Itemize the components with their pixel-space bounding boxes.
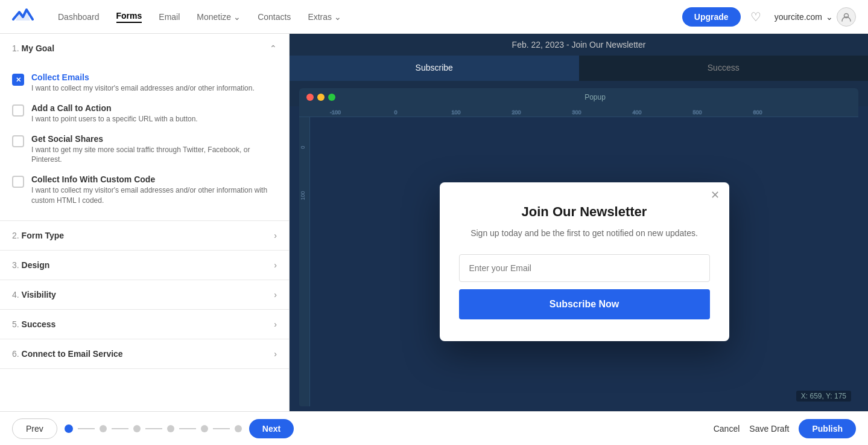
- popup-subtitle: Sign up today and be the first to get no…: [459, 227, 710, 240]
- preview-header: Feb. 22, 2023 - Join Our Newsletter: [290, 34, 868, 56]
- step-connector-2: [112, 428, 128, 429]
- chevron-up-icon: ⌃: [270, 43, 277, 53]
- user-site-dropdown[interactable]: yourcite.com ⌄: [775, 7, 856, 27]
- goal-call-to-action[interactable]: Add a Call to Action I want to point use…: [12, 98, 277, 129]
- chevron-down-icon: ⌄: [826, 12, 833, 22]
- nav-monetize[interactable]: Monetize ⌄: [197, 12, 241, 22]
- nav-links: Dashboard Forms Email Monetize ⌄ Contact…: [58, 11, 682, 23]
- step-dot-2: [100, 425, 107, 432]
- section-content-my-goal: Collect Emails I want to collect my visi…: [0, 63, 289, 220]
- goal-text-call-to-action: Add a Call to Action I want to point use…: [31, 103, 198, 124]
- chevron-down-icon: ⌄: [334, 12, 341, 22]
- sidebar-section-header-email-service[interactable]: 6. Connect to Email Service ›: [0, 339, 289, 368]
- canvas-area: Popup -100 0 100 200 300 40: [290, 81, 868, 411]
- cancel-button[interactable]: Cancel: [714, 424, 740, 434]
- main-layout: 1. My Goal ⌃ Collect Emails I want to co…: [0, 34, 868, 411]
- goal-checkbox-call-to-action[interactable]: [12, 104, 24, 117]
- svg-text:-100: -100: [330, 109, 341, 115]
- nav-forms[interactable]: Forms: [116, 11, 142, 23]
- sidebar-section-header-my-goal[interactable]: 1. My Goal ⌃: [0, 34, 289, 63]
- chevron-right-icon: ›: [274, 260, 277, 270]
- step-dots: [65, 424, 242, 433]
- section-title-my-goal: 1. My Goal: [12, 43, 54, 53]
- svg-text:100: 100: [451, 109, 460, 115]
- tab-success[interactable]: Success: [579, 56, 869, 81]
- popup-subscribe-button[interactable]: Subscribe Now: [459, 289, 710, 319]
- popup-modal: ✕ Join Our Newsletter Sign up today and …: [440, 182, 729, 341]
- sidebar-section-my-goal: 1. My Goal ⌃ Collect Emails I want to co…: [0, 34, 289, 221]
- section-title-success: 5. Success: [12, 319, 55, 329]
- popup-email-input[interactable]: [459, 254, 710, 282]
- nav-dashboard[interactable]: Dashboard: [58, 12, 100, 22]
- nav-email[interactable]: Email: [159, 12, 180, 22]
- window-dot-green: [328, 94, 335, 101]
- step-dot-5: [201, 425, 208, 432]
- step-connector-3: [145, 428, 162, 429]
- sidebar-section-success: 5. Success ›: [0, 310, 289, 339]
- svg-text:0: 0: [394, 109, 397, 115]
- preview-area: Feb. 22, 2023 - Join Our Newsletter Subs…: [290, 34, 868, 411]
- notification-icon[interactable]: ♡: [750, 10, 765, 24]
- nav-contacts[interactable]: Contacts: [258, 12, 291, 22]
- section-title-visibility: 4. Visibility: [12, 290, 56, 299]
- sidebar-section-header-success[interactable]: 5. Success ›: [0, 310, 289, 339]
- step-connector-5: [213, 428, 230, 429]
- section-title-design: 3. Design: [12, 260, 49, 270]
- publish-button[interactable]: Publish: [799, 419, 856, 438]
- nav-right: Upgrade ♡ yourcite.com ⌄: [682, 7, 856, 27]
- goal-checkbox-collect-emails[interactable]: [12, 74, 24, 86]
- chevron-right-icon: ›: [274, 290, 277, 299]
- step-dot-3: [133, 425, 141, 432]
- popup-type-label: Popup: [584, 93, 606, 101]
- sidebar-section-header-form-type[interactable]: 2. Form Type ›: [0, 221, 289, 250]
- goal-text-custom-code: Collect Info With Custom Code I want to …: [31, 174, 277, 206]
- section-title-email-service: 6. Connect to Email Service: [12, 349, 123, 359]
- popup-title: Join Our Newsletter: [459, 204, 710, 220]
- logo[interactable]: [12, 7, 34, 27]
- svg-text:500: 500: [692, 109, 702, 115]
- window-dot-yellow: [317, 94, 325, 101]
- user-avatar[interactable]: [837, 7, 856, 27]
- step-dot-4: [167, 425, 174, 432]
- next-button[interactable]: Next: [249, 419, 294, 438]
- svg-text:300: 300: [572, 109, 581, 115]
- chevron-down-icon: ⌄: [233, 12, 241, 22]
- ruler-left: 0 100: [299, 117, 310, 406]
- goal-checkbox-custom-code[interactable]: [12, 176, 24, 188]
- sidebar-section-header-design[interactable]: 3. Design ›: [0, 251, 289, 280]
- upgrade-button[interactable]: Upgrade: [682, 7, 741, 27]
- tab-subscribe[interactable]: Subscribe: [290, 56, 579, 81]
- sidebar-section-email-service: 6. Connect to Email Service ›: [0, 339, 289, 369]
- goal-collect-emails[interactable]: Collect Emails I want to collect my visi…: [12, 68, 277, 98]
- preview-tabs: Subscribe Success: [290, 56, 868, 81]
- save-draft-button[interactable]: Save Draft: [749, 424, 789, 434]
- popup-close-button[interactable]: ✕: [711, 190, 720, 200]
- step-dot-1: [65, 424, 73, 433]
- section-title-form-type: 2. Form Type: [12, 231, 64, 240]
- sidebar: 1. My Goal ⌃ Collect Emails I want to co…: [0, 34, 290, 411]
- bottom-left: Prev Next: [12, 418, 294, 439]
- top-navigation: Dashboard Forms Email Monetize ⌄ Contact…: [0, 0, 868, 34]
- prev-button[interactable]: Prev: [12, 418, 57, 439]
- chevron-right-icon: ›: [274, 319, 277, 329]
- svg-text:200: 200: [512, 109, 521, 115]
- sidebar-section-header-visibility[interactable]: 4. Visibility ›: [0, 280, 289, 309]
- nav-extras[interactable]: Extras ⌄: [308, 12, 341, 22]
- goal-custom-code[interactable]: Collect Info With Custom Code I want to …: [12, 170, 277, 211]
- svg-text:100: 100: [300, 191, 306, 200]
- goal-social-shares[interactable]: Get Social Shares I want to get my site …: [12, 129, 277, 170]
- svg-text:600: 600: [753, 109, 762, 115]
- goal-text-collect-emails: Collect Emails I want to collect my visi…: [31, 72, 255, 94]
- sidebar-section-visibility: 4. Visibility ›: [0, 280, 289, 310]
- sidebar-section-form-type: 2. Form Type ›: [0, 221, 289, 251]
- ruler-top: -100 0 100 200 300 400 500 600: [299, 106, 858, 117]
- bottom-bar: Prev Next Cancel Save Draft Publish: [0, 411, 868, 445]
- chevron-right-icon: ›: [274, 349, 277, 359]
- goal-checkbox-social-shares[interactable]: [12, 135, 24, 147]
- goal-text-social-shares: Get Social Shares I want to get my site …: [31, 134, 277, 165]
- coords-display: X: 659, Y: 175: [796, 391, 851, 402]
- step-connector-1: [78, 428, 95, 429]
- svg-text:400: 400: [632, 109, 641, 115]
- step-connector-4: [179, 428, 196, 429]
- chevron-right-icon: ›: [274, 231, 277, 240]
